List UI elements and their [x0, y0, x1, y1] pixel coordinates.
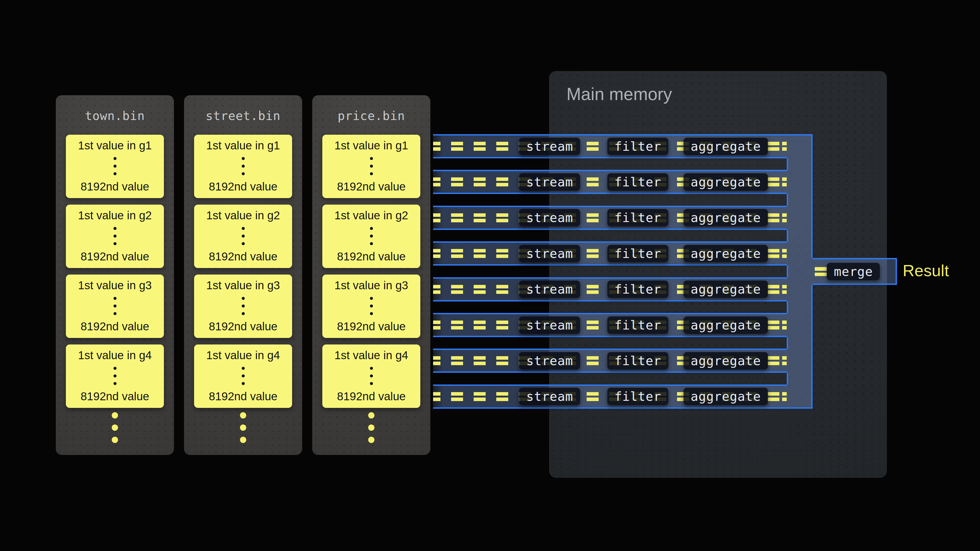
block-ellipsis-dot: [242, 235, 245, 238]
block-first-line: 1st value in g1: [78, 139, 152, 152]
block-ellipsis-dot: [370, 227, 373, 230]
pipeline-gap-border: [787, 373, 788, 384]
stage-badge-stream: stream: [519, 352, 580, 370]
block-first-line: 1st value in g4: [78, 349, 152, 362]
block-ellipsis-dot: [113, 242, 116, 245]
value-block: 1st value in g38192nd value: [322, 275, 420, 338]
merge-channel: merge: [813, 258, 897, 285]
block-ellipsis-dot: [113, 297, 116, 300]
pipeline-row: streamfilteraggregate: [433, 277, 787, 302]
block-ellipsis-dot: [113, 165, 116, 168]
result-label: Result: [903, 261, 949, 280]
block-ellipsis-dot: [242, 312, 245, 315]
main-memory-title: Main memory: [566, 84, 672, 104]
value-block: 1st value in g48192nd value: [194, 345, 292, 408]
pipeline-spine-right-border-bottom: [811, 285, 813, 409]
file-ellipsis-dot: [112, 412, 118, 419]
block-ellipsis-dot: [113, 382, 116, 385]
diagram-root: town.bin1st value in g18192nd value1st v…: [0, 0, 980, 551]
block-ellipsis-dot: [370, 172, 373, 175]
block-ellipsis-dot: [370, 367, 373, 370]
block-last-line: 8192nd value: [209, 390, 277, 403]
stage-badge-filter: filter: [607, 138, 668, 155]
block-last-line: 8192nd value: [337, 320, 406, 333]
block-ellipsis: [242, 297, 245, 315]
block-last-line: 8192nd value: [337, 390, 406, 403]
block-ellipsis: [242, 157, 245, 175]
value-block: 1st value in g18192nd value: [194, 135, 292, 198]
pipeline-row: streamfilteraggregate: [433, 134, 787, 158]
block-ellipsis-dot: [242, 305, 245, 308]
block-ellipsis-dot: [242, 242, 245, 245]
block-ellipsis-dot: [242, 172, 245, 175]
file-ellipsis-dot: [368, 424, 375, 431]
file-ellipsis-dot: [368, 437, 375, 443]
block-ellipsis: [113, 227, 116, 245]
block-ellipsis-dot: [242, 227, 245, 230]
file-ellipsis: [112, 412, 118, 443]
block-ellipsis-dot: [113, 227, 116, 230]
value-block: 1st value in g48192nd value: [322, 345, 420, 408]
stage-badge-filter: filter: [607, 209, 668, 226]
block-ellipsis: [370, 367, 373, 385]
block-ellipsis: [370, 157, 373, 175]
block-first-line: 1st value in g2: [78, 209, 152, 222]
value-block: 1st value in g28192nd value: [194, 205, 292, 268]
file-title: town.bin: [56, 109, 174, 123]
block-ellipsis-dot: [242, 297, 245, 300]
stage-badge-aggregate: aggregate: [684, 173, 768, 191]
stage-badge-stream: stream: [519, 245, 580, 262]
block-ellipsis-dot: [370, 382, 373, 385]
pipeline-gap-border: [787, 230, 788, 241]
block-ellipsis-dot: [113, 235, 116, 238]
stage-badge-stream: stream: [519, 138, 580, 155]
stage-badge-stream: stream: [519, 388, 580, 405]
block-first-line: 1st value in g4: [206, 349, 280, 362]
pipeline-spine-right-border-top: [811, 134, 813, 258]
block-last-line: 8192nd value: [337, 180, 406, 193]
stage-badge-stream: stream: [519, 173, 580, 191]
block-ellipsis: [370, 297, 373, 315]
value-block: 1st value in g38192nd value: [194, 275, 292, 338]
value-block: 1st value in g38192nd value: [66, 275, 164, 338]
pipeline-row: streamfilteraggregate: [433, 349, 787, 373]
pipeline-row: streamfilteraggregate: [433, 170, 787, 194]
stage-badge-aggregate: aggregate: [684, 388, 768, 405]
pipeline-gap-border: [787, 265, 788, 277]
stage-badge-stream: stream: [519, 209, 580, 226]
file-ellipsis: [368, 412, 375, 443]
stage-badge-filter: filter: [607, 352, 668, 370]
block-first-line: 1st value in g2: [206, 209, 280, 222]
block-ellipsis-dot: [242, 157, 245, 160]
pipeline-row: streamfilteraggregate: [433, 241, 787, 265]
stage-badge-filter: filter: [607, 388, 668, 405]
stage-badge-aggregate: aggregate: [684, 209, 768, 226]
pipeline-row: streamfilteraggregate: [433, 206, 787, 230]
block-last-line: 8192nd value: [81, 320, 149, 333]
file-ellipsis-dot: [112, 424, 118, 431]
block-last-line: 8192nd value: [209, 320, 277, 333]
stage-badge-filter: filter: [607, 245, 668, 262]
stage-badge-filter: filter: [607, 316, 668, 334]
block-ellipsis-dot: [370, 157, 373, 160]
value-block: 1st value in g28192nd value: [66, 205, 164, 268]
file-ellipsis-dot: [240, 437, 247, 443]
block-ellipsis-dot: [242, 382, 245, 385]
stage-badge-aggregate: aggregate: [684, 138, 768, 155]
block-first-line: 1st value in g1: [334, 139, 408, 152]
block-last-line: 8192nd value: [209, 250, 277, 263]
stage-badge-aggregate: aggregate: [684, 352, 768, 370]
value-block: 1st value in g18192nd value: [66, 135, 164, 198]
stage-badge-aggregate: aggregate: [684, 281, 768, 298]
block-first-line: 1st value in g3: [206, 279, 280, 292]
pipeline-gap-border: [787, 194, 788, 206]
stage-badge-filter: filter: [607, 281, 668, 298]
pipeline: merge streamfilteraggregatestreamfiltera…: [433, 134, 813, 409]
file-panel: street.bin1st value in g18192nd value1st…: [184, 95, 302, 455]
block-first-line: 1st value in g2: [334, 209, 408, 222]
pipeline-row: streamfilteraggregate: [433, 313, 787, 337]
block-ellipsis-dot: [370, 165, 373, 168]
block-ellipsis-dot: [370, 375, 373, 377]
block-ellipsis: [242, 227, 245, 245]
file-ellipsis-dot: [240, 412, 247, 419]
